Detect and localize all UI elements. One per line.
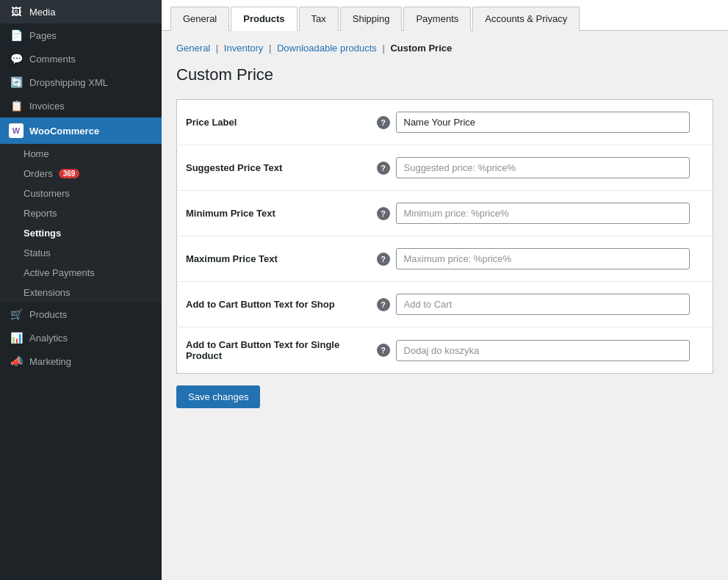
sidebar-submenu-label: Status [24,247,51,258]
sidebar: 🖼Media📄Pages💬Comments🔄Dropshipping XML📋I… [0,0,162,580]
input-maximum-price-text[interactable] [396,248,690,269]
breadcrumb-separator: | [213,43,221,54]
help-icon-price-label[interactable]: ? [377,116,390,129]
sidebar-item-label: Media [29,7,55,18]
input-cell-suggested-price-text: ? [368,145,713,191]
input-add-to-cart-single[interactable] [396,340,690,361]
comments-icon: 💬 [9,53,24,65]
input-suggested-price-text[interactable] [396,157,690,178]
breadcrumb-link-inventory[interactable]: Inventory [224,43,263,54]
sidebar-item-media[interactable]: 🖼Media [0,0,162,23]
sidebar-item-pages[interactable]: 📄Pages [0,23,162,47]
sidebar-item-label: Invoices [29,101,65,112]
sidebar-item-woo-active-payments[interactable]: Active Payments [0,263,162,283]
content-wrap: General | Inventory | Downloadable produ… [162,31,728,423]
input-wrapper-add-to-cart-single: ? [377,340,704,361]
settings-row-add-to-cart-single: Add to Cart Button Text for Single Produ… [177,327,713,374]
sidebar-item-woo-settings[interactable]: Settings [0,223,162,243]
sidebar-item-invoices[interactable]: 📋Invoices [0,94,162,117]
label-price-label: Price Label [177,100,368,145]
sidebar-item-label: Analytics [29,333,68,344]
sidebar-item-label: Marketing [29,356,71,367]
input-wrapper-add-to-cart-shop: ? [377,294,704,315]
sidebar-woocommerce-label: WooCommerce [29,126,99,137]
sidebar-item-woo-orders[interactable]: Orders 369 [0,164,162,184]
pages-icon: 📄 [9,29,24,41]
tab-shipping[interactable]: Shipping [340,7,403,31]
sidebar-item-woo-customers[interactable]: Customers [0,184,162,203]
sidebar-submenu-label: Customers [24,188,70,199]
tab-payments[interactable]: Payments [403,7,471,31]
sidebar-item-woocommerce[interactable]: W WooCommerce [0,117,162,144]
tabs-bar: GeneralProductsTaxShippingPaymentsAccoun… [162,0,728,31]
help-icon-minimum-price-text[interactable]: ? [377,207,390,220]
sidebar-item-products[interactable]: 🛒Products [0,302,162,326]
sidebar-item-label: Dropshipping XML [29,77,108,88]
sidebar-submenu-label: Home [24,148,49,159]
breadcrumb-current: Custom Price [390,43,452,54]
marketing-icon: 📣 [9,355,24,367]
breadcrumb-separator: | [266,43,274,54]
sidebar-item-woo-status[interactable]: Status [0,243,162,263]
tab-tax[interactable]: Tax [299,7,339,31]
invoices-icon: 📋 [9,100,24,112]
page-title: Custom Price [176,65,713,84]
input-wrapper-price-label: ? [377,112,704,133]
sidebar-item-comments[interactable]: 💬Comments [0,47,162,70]
sidebar-submenu-label: Orders [24,168,53,179]
help-icon-maximum-price-text[interactable]: ? [377,253,390,266]
woocommerce-icon: W [9,123,24,138]
tab-general[interactable]: General [170,7,229,31]
breadcrumb-link-downloadable-products[interactable]: Downloadable products [277,43,377,54]
settings-row-price-label: Price Label? [177,100,713,145]
help-icon-add-to-cart-shop[interactable]: ? [377,298,390,311]
breadcrumb: General | Inventory | Downloadable produ… [176,43,713,54]
input-minimum-price-text[interactable] [396,203,690,224]
tab-accounts-privacy[interactable]: Accounts & Privacy [472,7,580,31]
media-icon: 🖼 [9,6,24,18]
sidebar-item-marketing[interactable]: 📣Marketing [0,349,162,373]
input-cell-price-label: ? [368,100,713,145]
breadcrumb-separator: | [380,43,388,54]
sidebar-item-dropshipping[interactable]: 🔄Dropshipping XML [0,70,162,94]
input-wrapper-maximum-price-text: ? [377,248,704,269]
main-content: GeneralProductsTaxShippingPaymentsAccoun… [162,0,728,580]
input-cell-minimum-price-text: ? [368,191,713,236]
sidebar-item-label: Comments [29,54,76,65]
input-wrapper-minimum-price-text: ? [377,203,704,224]
input-cell-maximum-price-text: ? [368,236,713,282]
products-icon: 🛒 [9,308,24,320]
sidebar-item-label: Products [29,309,67,320]
settings-table: Price Label?Suggested Price Text?Minimum… [176,99,713,374]
sidebar-item-analytics[interactable]: 📊Analytics [0,326,162,349]
input-wrapper-suggested-price-text: ? [377,157,704,178]
label-suggested-price-text: Suggested Price Text [177,145,368,191]
input-add-to-cart-shop[interactable] [396,294,690,315]
breadcrumb-link-general[interactable]: General [176,43,210,54]
tab-products[interactable]: Products [231,7,297,31]
sidebar-item-woo-extensions[interactable]: Extensions [0,283,162,302]
sidebar-submenu-label: Extensions [24,287,71,298]
input-cell-add-to-cart-shop: ? [368,282,713,327]
sidebar-item-woo-reports[interactable]: Reports [0,203,162,223]
dropshipping-icon: 🔄 [9,76,24,88]
help-icon-suggested-price-text[interactable]: ? [377,162,390,175]
sidebar-submenu-label: Reports [24,208,57,219]
save-changes-button[interactable]: Save changes [176,385,260,408]
settings-row-minimum-price-text: Minimum Price Text? [177,191,713,236]
analytics-icon: 📊 [9,332,24,344]
label-add-to-cart-single: Add to Cart Button Text for Single Produ… [177,327,368,374]
sidebar-woocommerce-submenu: HomeOrders 369CustomersReportsSettingsSt… [0,144,162,302]
label-minimum-price-text: Minimum Price Text [177,191,368,236]
sidebar-item-woo-home[interactable]: Home [0,144,162,164]
sidebar-submenu-label: Active Payments [24,267,95,278]
input-price-label[interactable] [396,112,690,133]
settings-row-maximum-price-text: Maximum Price Text? [177,236,713,282]
sidebar-submenu-label: Settings [24,228,61,239]
settings-row-add-to-cart-shop: Add to Cart Button Text for Shop? [177,282,713,327]
orders-badge: 369 [59,169,80,178]
settings-row-suggested-price-text: Suggested Price Text? [177,145,713,191]
input-cell-add-to-cart-single: ? [368,327,713,374]
help-icon-add-to-cart-single[interactable]: ? [377,344,390,357]
label-maximum-price-text: Maximum Price Text [177,236,368,282]
